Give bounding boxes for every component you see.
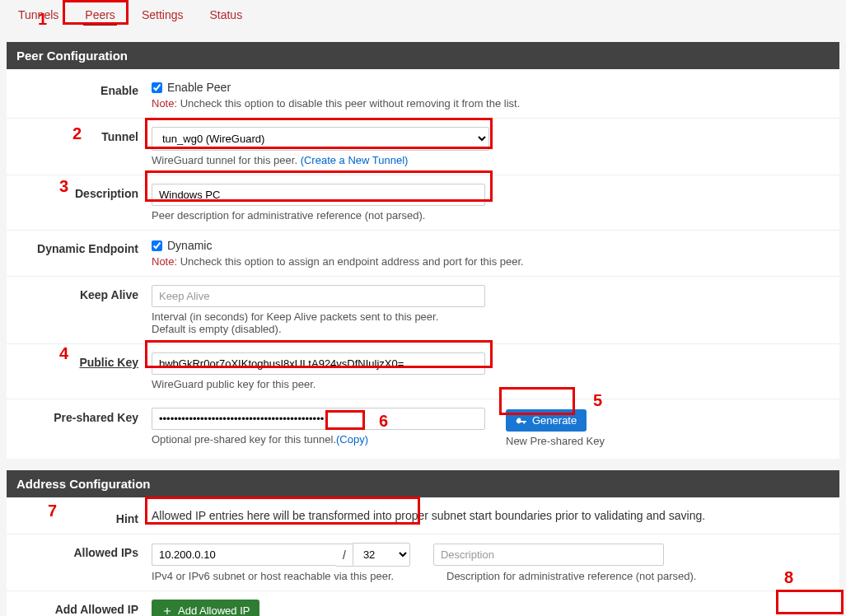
keepalive-help2: Default is empty (disabled). bbox=[152, 323, 826, 335]
label-enable: Enable bbox=[7, 81, 152, 110]
tab-bar: Tunnels Peers Settings Status bbox=[0, 0, 846, 30]
psk-gen-help: New Pre-shared Key bbox=[506, 435, 703, 447]
create-tunnel-link[interactable]: (Create a New Tunnel) bbox=[301, 154, 409, 166]
enable-note-label: Note: bbox=[152, 97, 177, 110]
tunnel-select[interactable]: tun_wg0 (WireGuard) bbox=[152, 127, 489, 151]
dynamic-checkbox-label: Dynamic bbox=[167, 239, 212, 252]
label-description: Description bbox=[7, 184, 152, 222]
description-input[interactable] bbox=[152, 184, 485, 206]
tab-settings[interactable]: Settings bbox=[140, 7, 185, 26]
keepalive-help1: Interval (in seconds) for Keep Alive pac… bbox=[152, 310, 826, 323]
keepalive-input[interactable] bbox=[152, 285, 485, 307]
add-allowed-ip-button-label: Add Allowed IP bbox=[178, 604, 250, 616]
label-tunnel: Tunnel bbox=[7, 127, 152, 166]
psk-input[interactable] bbox=[152, 408, 485, 430]
enable-checkbox[interactable] bbox=[152, 82, 162, 93]
description-help: Peer description for administrative refe… bbox=[152, 209, 826, 222]
dynamic-checkbox[interactable] bbox=[152, 240, 162, 251]
tab-tunnels[interactable]: Tunnels bbox=[16, 7, 60, 26]
tab-peers[interactable]: Peers bbox=[83, 7, 117, 26]
tab-status[interactable]: Status bbox=[208, 7, 244, 26]
psk-copy-link[interactable]: (Copy) bbox=[336, 433, 368, 446]
section-peer-config: Peer Configuration bbox=[7, 42, 839, 69]
label-dynamic-endpoint: Dynamic Endpoint bbox=[7, 239, 152, 268]
tunnel-help: WireGuard tunnel for this peer. bbox=[152, 154, 301, 166]
hint-text: Allowed IP entries here will be transfor… bbox=[152, 509, 839, 525]
panel-peer-config: Enable Enable Peer Note: Uncheck this op… bbox=[7, 69, 839, 459]
allowed-desc-input[interactable] bbox=[433, 544, 664, 566]
generate-button-label: Generate bbox=[532, 414, 577, 427]
label-keepalive: Keep Alive bbox=[7, 285, 152, 335]
add-allowed-ip-button[interactable]: Add Allowed IP bbox=[152, 600, 259, 616]
psk-help: Optional pre-shared key for this tunnel. bbox=[152, 433, 336, 446]
label-allowed-ips: Allowed IPs bbox=[7, 543, 152, 582]
public-key-help: WireGuard public key for this peer. bbox=[152, 378, 826, 390]
enable-checkbox-label: Enable Peer bbox=[167, 81, 231, 94]
label-hint: Hint bbox=[7, 509, 152, 525]
section-address-config: Address Configuration bbox=[7, 470, 839, 497]
panel-address-config: Hint Allowed IP entries here will be tra… bbox=[7, 497, 839, 616]
plus-icon bbox=[161, 605, 173, 617]
dynamic-note-text: Uncheck this option to assign an endpoin… bbox=[177, 255, 524, 268]
allowed-help-left: IPv4 or IPv6 subnet or host reachable vi… bbox=[152, 570, 423, 582]
allowed-help-right: Description for administrative reference… bbox=[446, 570, 696, 582]
allowed-ip-input[interactable] bbox=[152, 544, 336, 566]
generate-button[interactable]: Generate bbox=[506, 409, 587, 432]
label-add-allowed-ip: Add Allowed IP bbox=[7, 600, 152, 616]
label-public-key: Public Key bbox=[7, 352, 152, 390]
allowed-cidr-select[interactable]: 32 bbox=[353, 543, 410, 567]
public-key-input[interactable] bbox=[152, 352, 485, 375]
slash-separator: / bbox=[336, 544, 353, 567]
key-icon bbox=[516, 415, 527, 427]
label-psk: Pre-shared Key bbox=[7, 408, 152, 447]
dynamic-note-label: Note: bbox=[152, 255, 177, 268]
enable-note-text: Uncheck this option to disable this peer… bbox=[177, 97, 520, 110]
